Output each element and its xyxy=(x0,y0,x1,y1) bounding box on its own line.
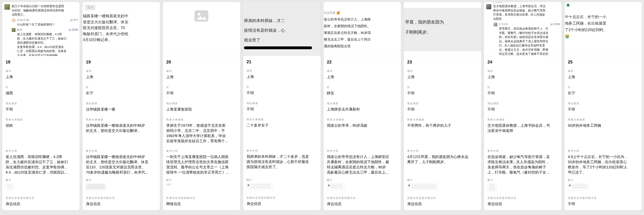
district-label: 区 xyxy=(86,86,156,89)
event-value: 一则关于上海某康复医院一位病人因疫 情管理无人护理而去世的文章在微信群 里流转。… xyxy=(166,154,237,175)
poster-avatar xyxy=(4,4,10,10)
direct-value: 网络信息 xyxy=(166,201,237,206)
redaction-bar xyxy=(244,46,312,49)
record-card-20[interactable]: 20 城市上海 区不明 地址描述上海某康复医院 死者大体描述李昶生于1973年，… xyxy=(163,2,240,210)
pinned-badge: 置顶 xyxy=(84,5,96,10)
thumbnail-text-lines xyxy=(572,185,587,189)
direct-value: 身边信息 xyxy=(488,201,558,206)
attachment-thumbnail[interactable] xyxy=(488,183,496,191)
comment-row: 敏宴 3506 老人住浦西，有陈旧性脑梗，4.2摔 跤，女儿被封在浦东过不了江，… xyxy=(2,27,80,56)
record-card-19[interactable]: 置顶 镇路某楼一楼独居老夫妇中 曾是交大出版社翻译。休克 医无对接医院而去世。7… xyxy=(82,2,160,210)
district-value: 静安 xyxy=(327,91,398,96)
cover-screenshot-comment-thread: 我几十年前就认识的一位胡姓朋友也是因 为封控、核酸检测等原因没有得到及时救 治而… xyxy=(2,2,80,56)
record-number: 19 xyxy=(82,56,160,68)
image-label: 图片 xyxy=(568,178,638,182)
cover-screenshot-named-post: 鼠甜橙酱 🍊 老公的爷爷也没有计入，上海静 新村，全家阴的情况下他阳性。 离酒店… xyxy=(324,2,401,56)
cover-missing-image xyxy=(163,2,240,56)
like-count: 1008 xyxy=(554,23,560,26)
address-value: 不明 xyxy=(407,107,478,112)
direct-label: 直接信息还是间接信息 xyxy=(246,196,317,199)
record-number: 22 xyxy=(324,56,401,68)
record-card-25[interactable]: 🌲 午十点左右，长宁的一小 地务工阿姨，在出租屋里 了2个小时的120赶到时, … xyxy=(564,2,642,210)
address-label: 地址描述 xyxy=(166,102,237,105)
district-label: 区 xyxy=(6,86,76,89)
district-value: 不明 xyxy=(246,90,317,96)
post-text: 我几十年前就认识的一位胡姓朋友也是因 为封控、核酸检测等原因没有得到及时救 治而… xyxy=(12,4,64,17)
event-value: 法华镇路某楼一楼独居老夫妇中88岁 的丈夫，曾经是交大出版社翻译。休克 后110… xyxy=(86,154,156,175)
attachment-thumbnail[interactable] xyxy=(166,183,171,185)
attachment-thumbnail[interactable] xyxy=(246,183,272,190)
post-row: 我几十年前就认识的一位胡姓朋友也是因 为封控、核酸检测等原因没有得到及时救 治而… xyxy=(2,2,80,17)
cover-screenshot-pinned-post: 置顶 镇路某楼一楼独居老夫妇中 曾是交大出版社翻译。休克 医无对接医院而去世。7… xyxy=(82,2,160,56)
like-count: 977 xyxy=(74,18,78,22)
deceased-value: 法华镇路某楼一楼独居老夫妇中88岁 的丈夫，曾经是交大出版社翻译。 xyxy=(86,123,156,133)
attachment-thumbnail[interactable] xyxy=(86,183,106,190)
attachment-thumbnail[interactable] xyxy=(568,183,588,191)
clipped-post-header: ETHAN xyxy=(494,2,559,4)
attachment-thumbnail[interactable] xyxy=(407,183,438,190)
post-text: 老公的爷爷也没有计入，上海静 新村，全家阴的情况下他阳性。 离酒店后差点转去方舱… xyxy=(324,15,401,50)
direct-label: 直接信息还是间接信息 xyxy=(166,196,237,200)
record-card-21[interactable]: 师弟的本科师妹，才二 疫情没有及时就诊，心 就去世了 21 城市上海 区不明 地… xyxy=(243,2,320,210)
city-label: 城市 xyxy=(86,70,156,73)
event-label: 事件介绍 xyxy=(86,149,156,153)
direct-value: 身边信息 xyxy=(6,201,76,206)
attachment-thumbnail[interactable] xyxy=(6,183,14,191)
deceased-label: 死者大体描述 xyxy=(6,118,76,121)
thumbnail-text-lines xyxy=(87,185,104,189)
tree-emoji: 🌲 xyxy=(566,3,570,7)
image-label: 图片 xyxy=(6,178,76,182)
event-value: 4.9上午十点左右，长宁的一小区内， 50岁的外地务工阿姨，在出租屋里心 梗发作… xyxy=(568,154,638,175)
city-value: 上海 xyxy=(86,75,156,80)
district-value: 长宁 xyxy=(568,91,638,96)
attachment-thumbnail[interactable] xyxy=(327,183,344,190)
address-label: 地址描述 xyxy=(86,102,156,105)
address-label: 地址描述 xyxy=(568,102,638,105)
district-label: 区 xyxy=(246,86,317,89)
direct-label: 直接信息还是间接信息 xyxy=(568,196,638,200)
deceased-label: 死者大体描述 xyxy=(407,118,478,121)
record-number: 24 xyxy=(484,56,562,68)
record-number: 18 xyxy=(2,56,80,68)
image-label: 图片 xyxy=(166,178,237,182)
district-label: 区 xyxy=(327,86,398,89)
city-label: 城市 xyxy=(166,70,237,73)
poster-avatar xyxy=(486,4,491,9)
deceased-value: 交大电院退休教授，上海书协会员，书 法家吴中南老师 xyxy=(488,123,558,133)
deceased-label: 死者大体描述 xyxy=(86,118,156,121)
comment-text: 老人住浦西，有陈旧性脑梗，4.2摔 跤，女儿被封在浦东过不了江，妹妹们 虽住浦西… xyxy=(17,32,78,56)
district-label: 区 xyxy=(166,86,237,89)
record-number: 25 xyxy=(564,56,642,68)
city-value: 上海 xyxy=(407,75,478,80)
record-card-23[interactable]: 早晨，我的朋友因为 子刚刚两岁。 23 城市上海 区不明 地址描述不明 死者大体… xyxy=(404,2,481,210)
district-value: 浦西 xyxy=(6,91,76,96)
thumb-up-icon xyxy=(550,23,553,26)
address-value: 上海静安去共康新村 xyxy=(327,107,398,112)
image-label: 图片 xyxy=(246,178,317,181)
cover-screenshot-quote: 师弟的本科师妹，才二 疫情没有及时就诊，心 就去世了 xyxy=(243,2,320,56)
event-label: 事件介绍 xyxy=(327,149,398,153)
event-label: 事件介绍 xyxy=(568,149,638,153)
record-card-24[interactable]: ETHAN 交大电院退休教授，上海书协会员，书法 家吴中南老师在急诊病逝，缺少氧… xyxy=(484,2,562,210)
direct-label: 直接信息还是间接信息 xyxy=(327,196,398,200)
thumbnail-text-lines xyxy=(7,185,13,189)
city-label: 城市 xyxy=(568,70,638,73)
city-label: 城市 xyxy=(327,70,398,73)
address-value: 法华镇路某楼一楼 xyxy=(86,107,156,112)
poster-name: ETHAN xyxy=(494,2,502,4)
comment-row: ETHAN 1008 苦等两天，坐在急诊角落的椅子上，打 吊瓶、吸氧气（被封控的… xyxy=(484,21,562,56)
address-value: 不明 xyxy=(6,107,76,112)
address-value: 不明 xyxy=(246,107,317,112)
commenter-name: 柿油(作者) xyxy=(17,18,30,22)
deceased-value: 我老公的爷爷，90岁高龄 xyxy=(327,123,398,128)
direct-value: 不明 xyxy=(568,201,638,206)
post-text: 交大电院退休教授，上海书协会员，书法 家吴中南老师在急诊病逝，缺少氧气等医 疗资… xyxy=(493,4,546,21)
comment-text: 苦等两天，坐在急诊角落的椅子上，打 吊瓶、吸氧气（被封控的子女设法送去 的，杯水… xyxy=(499,27,560,56)
image-label: 图片 xyxy=(488,178,558,182)
record-card-22[interactable]: 鼠甜橙酱 🍊 老公的爷爷也没有计入，上海静 新村，全家阴的情况下他阳性。 离酒店… xyxy=(324,2,401,210)
record-card-18[interactable]: 我几十年前就认识的一位胡姓朋友也是因 为封控、核酸检测等原因没有得到及时救 治而… xyxy=(2,2,80,210)
deceased-value: 50岁的外地务工阿姨 xyxy=(568,123,638,128)
direct-label: 直接信息还是间接信息 xyxy=(6,196,76,200)
city-value: 上海 xyxy=(327,75,398,80)
thumbnail-text-lines xyxy=(331,185,343,189)
